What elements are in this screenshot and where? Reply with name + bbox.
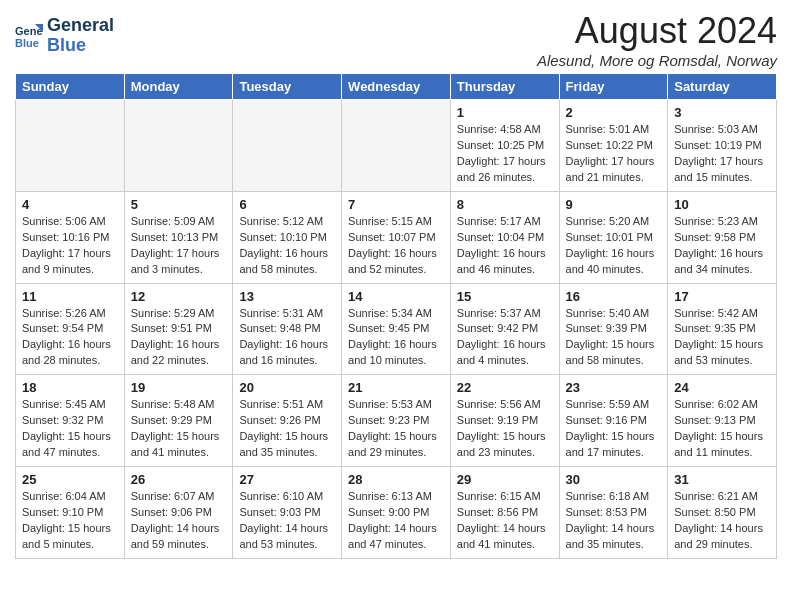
day-info: Sunrise: 5:12 AM Sunset: 10:10 PM Daylig…: [239, 214, 335, 278]
weekday-header-thursday: Thursday: [450, 74, 559, 100]
title-block: August 2024 Alesund, More og Romsdal, No…: [537, 10, 777, 69]
day-info: Sunrise: 5:51 AM Sunset: 9:26 PM Dayligh…: [239, 397, 335, 461]
calendar-cell: 18Sunrise: 5:45 AM Sunset: 9:32 PM Dayli…: [16, 375, 125, 467]
calendar-cell: 8Sunrise: 5:17 AM Sunset: 10:04 PM Dayli…: [450, 191, 559, 283]
day-number: 7: [348, 197, 444, 212]
calendar-cell: 21Sunrise: 5:53 AM Sunset: 9:23 PM Dayli…: [342, 375, 451, 467]
calendar-cell: 4Sunrise: 5:06 AM Sunset: 10:16 PM Dayli…: [16, 191, 125, 283]
day-number: 24: [674, 380, 770, 395]
day-number: 13: [239, 289, 335, 304]
calendar-cell: 10Sunrise: 5:23 AM Sunset: 9:58 PM Dayli…: [668, 191, 777, 283]
day-info: Sunrise: 5:20 AM Sunset: 10:01 PM Daylig…: [566, 214, 662, 278]
weekday-header-saturday: Saturday: [668, 74, 777, 100]
day-number: 16: [566, 289, 662, 304]
calendar-cell: [342, 100, 451, 192]
calendar-cell: 14Sunrise: 5:34 AM Sunset: 9:45 PM Dayli…: [342, 283, 451, 375]
subtitle: Alesund, More og Romsdal, Norway: [537, 52, 777, 69]
day-number: 27: [239, 472, 335, 487]
calendar-cell: 3Sunrise: 5:03 AM Sunset: 10:19 PM Dayli…: [668, 100, 777, 192]
day-number: 26: [131, 472, 227, 487]
day-number: 5: [131, 197, 227, 212]
weekday-header-sunday: Sunday: [16, 74, 125, 100]
day-info: Sunrise: 6:21 AM Sunset: 8:50 PM Dayligh…: [674, 489, 770, 553]
day-number: 1: [457, 105, 553, 120]
day-number: 29: [457, 472, 553, 487]
weekday-header-friday: Friday: [559, 74, 668, 100]
calendar-cell: 19Sunrise: 5:48 AM Sunset: 9:29 PM Dayli…: [124, 375, 233, 467]
weekday-header-tuesday: Tuesday: [233, 74, 342, 100]
day-info: Sunrise: 5:59 AM Sunset: 9:16 PM Dayligh…: [566, 397, 662, 461]
day-number: 20: [239, 380, 335, 395]
day-number: 23: [566, 380, 662, 395]
calendar-week-row: 11Sunrise: 5:26 AM Sunset: 9:54 PM Dayli…: [16, 283, 777, 375]
calendar-cell: [16, 100, 125, 192]
calendar-cell: 7Sunrise: 5:15 AM Sunset: 10:07 PM Dayli…: [342, 191, 451, 283]
day-info: Sunrise: 5:37 AM Sunset: 9:42 PM Dayligh…: [457, 306, 553, 370]
calendar-table: SundayMondayTuesdayWednesdayThursdayFrid…: [15, 73, 777, 559]
day-info: Sunrise: 5:45 AM Sunset: 9:32 PM Dayligh…: [22, 397, 118, 461]
day-number: 25: [22, 472, 118, 487]
logo-text-line1: General: [47, 16, 114, 36]
calendar-cell: 25Sunrise: 6:04 AM Sunset: 9:10 PM Dayli…: [16, 467, 125, 559]
day-info: Sunrise: 6:10 AM Sunset: 9:03 PM Dayligh…: [239, 489, 335, 553]
calendar-cell: 5Sunrise: 5:09 AM Sunset: 10:13 PM Dayli…: [124, 191, 233, 283]
day-number: 2: [566, 105, 662, 120]
day-number: 12: [131, 289, 227, 304]
main-title: August 2024: [537, 10, 777, 52]
calendar-cell: 24Sunrise: 6:02 AM Sunset: 9:13 PM Dayli…: [668, 375, 777, 467]
day-number: 19: [131, 380, 227, 395]
calendar-cell: 1Sunrise: 4:58 AM Sunset: 10:25 PM Dayli…: [450, 100, 559, 192]
day-info: Sunrise: 5:53 AM Sunset: 9:23 PM Dayligh…: [348, 397, 444, 461]
logo-text-line2: Blue: [47, 36, 114, 56]
day-info: Sunrise: 5:34 AM Sunset: 9:45 PM Dayligh…: [348, 306, 444, 370]
day-info: Sunrise: 6:07 AM Sunset: 9:06 PM Dayligh…: [131, 489, 227, 553]
day-info: Sunrise: 5:31 AM Sunset: 9:48 PM Dayligh…: [239, 306, 335, 370]
day-info: Sunrise: 5:42 AM Sunset: 9:35 PM Dayligh…: [674, 306, 770, 370]
calendar-cell: 12Sunrise: 5:29 AM Sunset: 9:51 PM Dayli…: [124, 283, 233, 375]
day-info: Sunrise: 6:18 AM Sunset: 8:53 PM Dayligh…: [566, 489, 662, 553]
calendar-cell: [124, 100, 233, 192]
day-info: Sunrise: 6:04 AM Sunset: 9:10 PM Dayligh…: [22, 489, 118, 553]
day-number: 9: [566, 197, 662, 212]
day-number: 11: [22, 289, 118, 304]
logo: General Blue General Blue: [15, 16, 114, 56]
calendar-cell: 28Sunrise: 6:13 AM Sunset: 9:00 PM Dayli…: [342, 467, 451, 559]
calendar-cell: 26Sunrise: 6:07 AM Sunset: 9:06 PM Dayli…: [124, 467, 233, 559]
calendar-week-row: 25Sunrise: 6:04 AM Sunset: 9:10 PM Dayli…: [16, 467, 777, 559]
calendar-cell: 13Sunrise: 5:31 AM Sunset: 9:48 PM Dayli…: [233, 283, 342, 375]
weekday-header-monday: Monday: [124, 74, 233, 100]
day-number: 4: [22, 197, 118, 212]
calendar-cell: 2Sunrise: 5:01 AM Sunset: 10:22 PM Dayli…: [559, 100, 668, 192]
calendar-cell: 15Sunrise: 5:37 AM Sunset: 9:42 PM Dayli…: [450, 283, 559, 375]
day-info: Sunrise: 5:15 AM Sunset: 10:07 PM Daylig…: [348, 214, 444, 278]
day-info: Sunrise: 6:13 AM Sunset: 9:00 PM Dayligh…: [348, 489, 444, 553]
calendar-cell: 6Sunrise: 5:12 AM Sunset: 10:10 PM Dayli…: [233, 191, 342, 283]
calendar-cell: 20Sunrise: 5:51 AM Sunset: 9:26 PM Dayli…: [233, 375, 342, 467]
day-info: Sunrise: 5:40 AM Sunset: 9:39 PM Dayligh…: [566, 306, 662, 370]
day-number: 21: [348, 380, 444, 395]
day-info: Sunrise: 5:06 AM Sunset: 10:16 PM Daylig…: [22, 214, 118, 278]
calendar-cell: 31Sunrise: 6:21 AM Sunset: 8:50 PM Dayli…: [668, 467, 777, 559]
calendar-cell: 30Sunrise: 6:18 AM Sunset: 8:53 PM Dayli…: [559, 467, 668, 559]
day-info: Sunrise: 5:01 AM Sunset: 10:22 PM Daylig…: [566, 122, 662, 186]
day-info: Sunrise: 5:26 AM Sunset: 9:54 PM Dayligh…: [22, 306, 118, 370]
day-info: Sunrise: 6:02 AM Sunset: 9:13 PM Dayligh…: [674, 397, 770, 461]
calendar-cell: 9Sunrise: 5:20 AM Sunset: 10:01 PM Dayli…: [559, 191, 668, 283]
day-number: 3: [674, 105, 770, 120]
day-number: 17: [674, 289, 770, 304]
day-number: 22: [457, 380, 553, 395]
day-number: 6: [239, 197, 335, 212]
day-number: 10: [674, 197, 770, 212]
calendar-cell: 27Sunrise: 6:10 AM Sunset: 9:03 PM Dayli…: [233, 467, 342, 559]
calendar-cell: 16Sunrise: 5:40 AM Sunset: 9:39 PM Dayli…: [559, 283, 668, 375]
calendar-cell: [233, 100, 342, 192]
calendar-cell: 17Sunrise: 5:42 AM Sunset: 9:35 PM Dayli…: [668, 283, 777, 375]
calendar-header-row: SundayMondayTuesdayWednesdayThursdayFrid…: [16, 74, 777, 100]
page-header: General Blue General Blue August 2024 Al…: [15, 10, 777, 69]
day-info: Sunrise: 5:17 AM Sunset: 10:04 PM Daylig…: [457, 214, 553, 278]
weekday-header-wednesday: Wednesday: [342, 74, 451, 100]
calendar-cell: 29Sunrise: 6:15 AM Sunset: 8:56 PM Dayli…: [450, 467, 559, 559]
logo-icon: General Blue: [15, 22, 43, 50]
day-number: 31: [674, 472, 770, 487]
day-number: 14: [348, 289, 444, 304]
